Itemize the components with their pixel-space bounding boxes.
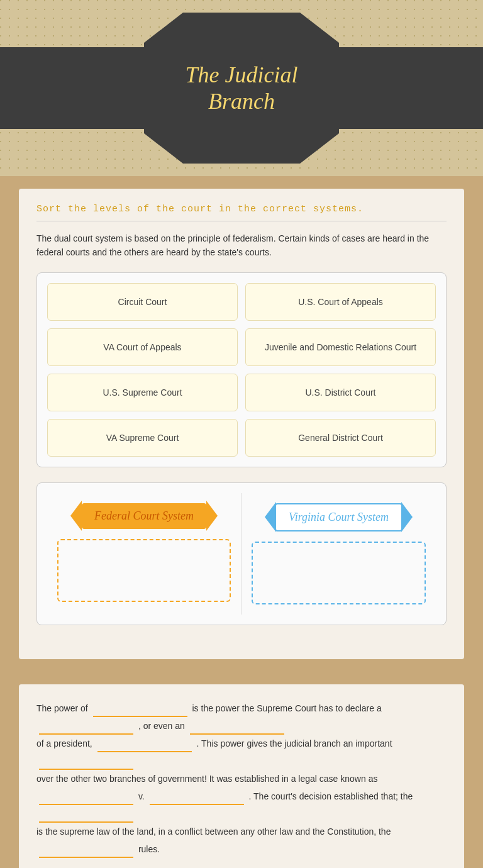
fillin-blank-7[interactable] — [150, 793, 244, 805]
fillin-mid6: . The court's decision established that;… — [249, 791, 413, 801]
virginia-banner: Virginia Court System — [275, 503, 402, 531]
instruction-text: Sort the levels of the court in the corr… — [36, 204, 447, 214]
divider — [36, 221, 447, 221]
court-card-us-district[interactable]: U.S. District Court — [245, 374, 436, 411]
fillin-mid7: is the supreme law of the land, in a con… — [36, 826, 391, 837]
fillin-section: The power of is the power the Supreme Co… — [36, 699, 447, 858]
court-card-va-supreme[interactable]: VA Supreme Court — [47, 419, 238, 457]
fillin-end: rules. — [138, 844, 160, 854]
fillin-mid4: . This power gives the judicial branch a… — [197, 738, 392, 748]
court-card-circuit[interactable]: Circuit Court — [47, 283, 238, 321]
fillin-blank-5[interactable] — [39, 757, 133, 770]
fillin-blank-3[interactable] — [190, 722, 284, 735]
court-card-juvenile[interactable]: Juvenile and Domestic Relations Court — [245, 328, 436, 366]
fillin-blank-4[interactable] — [97, 740, 192, 752]
fillin-mid5: over the other two branches of governmen… — [36, 774, 377, 784]
fillin-card: The power of is the power the Supreme Co… — [19, 684, 464, 868]
drop-zones-container: Federal Court System Virginia Court Syst… — [36, 482, 447, 625]
fillin-blank-2[interactable] — [39, 722, 133, 735]
description-text: The dual court system is based on the pr… — [36, 231, 447, 260]
fillin-blank-1[interactable] — [93, 704, 187, 717]
main-card: Sort the levels of the court in the corr… — [19, 189, 464, 659]
page-title: The Judicial Branch — [144, 62, 339, 114]
fillin-mid2: , or even an — [138, 721, 185, 731]
federal-drop-area[interactable] — [57, 539, 231, 602]
fillin-blank-8[interactable] — [39, 810, 133, 823]
court-cards-grid: Circuit Court U.S. Court of Appeals VA C… — [36, 272, 447, 467]
fillin-blank-9[interactable] — [39, 845, 133, 858]
header-badge: The Judicial Branch — [144, 13, 339, 164]
virginia-drop-zone[interactable]: Virginia Court System — [242, 493, 436, 615]
virginia-header: Virginia Court System — [252, 503, 426, 531]
court-card-us-appeals[interactable]: U.S. Court of Appeals — [245, 283, 436, 321]
federal-banner: Federal Court System — [82, 503, 206, 529]
fillin-mid3: of a president, — [36, 738, 92, 748]
fillin-intro: The power of — [36, 703, 88, 713]
fillin-blank-6[interactable] — [39, 793, 133, 805]
court-card-va-appeals[interactable]: VA Court of Appeals — [47, 328, 238, 366]
court-card-general-district[interactable]: General District Court — [245, 419, 436, 457]
federal-header: Federal Court System — [57, 503, 231, 529]
fillin-mid1: is the power the Supreme Court has to de… — [192, 703, 382, 713]
fillin-v: v. — [138, 791, 145, 801]
federal-drop-zone[interactable]: Federal Court System — [47, 493, 242, 615]
header-section: The Judicial Branch — [0, 0, 483, 176]
virginia-drop-area[interactable] — [252, 542, 426, 604]
court-card-us-supreme[interactable]: U.S. Supreme Court — [47, 374, 238, 411]
